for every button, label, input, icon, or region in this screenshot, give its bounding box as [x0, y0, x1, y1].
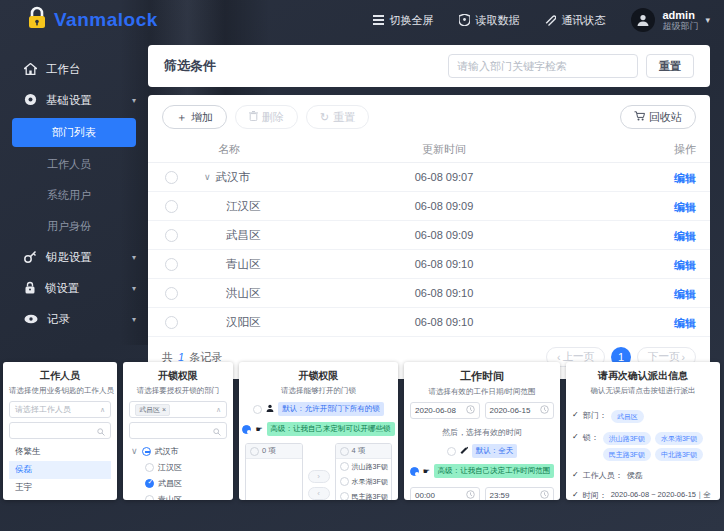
card-title: 工作时间 [410, 369, 554, 384]
staff-option-selected[interactable]: 侯磊 [9, 461, 111, 479]
filter-controls: 重置 [448, 54, 694, 78]
row-radio[interactable] [165, 316, 178, 329]
dept-search-input[interactable] [448, 54, 638, 78]
checkbox[interactable] [340, 492, 349, 500]
sidebar-item-staff[interactable]: 工作人员 [0, 149, 148, 180]
move-right-button[interactable]: › [308, 470, 330, 483]
dept-table-card: ＋ 增加 删除 ↻ 重置 [148, 95, 710, 379]
option-default-row[interactable]: 默认：允许开部门下所有的锁 [245, 402, 392, 416]
checkbox-checked[interactable] [145, 479, 154, 488]
checkbox[interactable] [145, 495, 154, 501]
collapse-icon[interactable]: ∨ [131, 446, 138, 456]
sidebar-item-key-settings[interactable]: 钥匙设置 ▾ [0, 242, 148, 273]
edit-link[interactable]: 编辑 [674, 201, 696, 213]
checkbox[interactable] [340, 462, 349, 471]
reset-selection-button[interactable]: ↻ 重置 [306, 105, 369, 129]
option-custom-label: 高级：让我自己决定工作时间范围 [434, 464, 555, 478]
radio-checked[interactable] [410, 467, 419, 476]
row-radio[interactable] [165, 171, 178, 184]
staff-search-input[interactable] [15, 426, 97, 435]
collapse-icon[interactable]: ∨ [204, 172, 211, 182]
sidebar-label-key-settings: 钥匙设置 [46, 250, 92, 265]
user-menu[interactable]: admin 超级部门 ▾ [631, 8, 710, 32]
lock-tag: 洪山路3F锁 [603, 432, 651, 445]
updated-time: 06-08 09:10 [344, 258, 544, 270]
move-left-button[interactable]: ‹ [308, 487, 330, 500]
filter-reset-button[interactable]: 重置 [646, 54, 694, 78]
checkbox[interactable] [145, 463, 154, 472]
tree-node[interactable]: 江汉区 [129, 459, 227, 475]
time-to-input[interactable]: 23:59 [485, 487, 555, 500]
date-to-input[interactable]: 2020-06-15 [485, 402, 555, 419]
tree-node[interactable]: 武昌区 [129, 475, 227, 491]
dept-name: 武昌区 [226, 228, 261, 243]
checkbox[interactable] [340, 477, 349, 486]
dept-search-box[interactable] [129, 422, 227, 439]
brand-name: Vanmalock [54, 9, 158, 31]
edit-link[interactable]: 编辑 [674, 259, 696, 271]
column-header-actions: 操作 [544, 142, 696, 157]
comm-status-button[interactable]: 通讯状态 [545, 13, 605, 28]
date-from-input[interactable]: 2020-06-08 [410, 402, 480, 419]
chevron-down-icon: ▾ [132, 253, 136, 262]
read-data-button[interactable]: 读取数据 [459, 13, 519, 28]
lock-item[interactable]: 洪山路3F锁 [336, 459, 392, 474]
row-radio[interactable] [165, 200, 178, 213]
edit-link[interactable]: 编辑 [674, 172, 696, 184]
staff-option[interactable]: 王宇 [9, 479, 111, 497]
row-radio[interactable] [165, 229, 178, 242]
sidebar-item-records[interactable]: 记录 ▾ [0, 304, 148, 335]
user-department: 超级部门 [662, 21, 698, 31]
plus-icon: ＋ [176, 110, 187, 125]
search-icon [213, 422, 221, 440]
dept-name: 江汉区 [226, 199, 261, 214]
staff-option[interactable]: 陈金波 [9, 497, 111, 500]
pen-icon [460, 446, 468, 456]
lock-item[interactable]: 民主路3F锁 [336, 489, 392, 500]
dept-select[interactable]: 武昌区× ∧ [129, 401, 227, 418]
option-custom-row[interactable]: ☛ 高级：让我自己来定制可以开哪些锁 [245, 422, 392, 436]
dept-tree-search-input[interactable] [135, 426, 213, 435]
time-from-input[interactable]: 00:00 [410, 487, 480, 500]
staff-option[interactable]: 佟繁生 [9, 443, 111, 461]
checkbox[interactable] [250, 447, 259, 456]
checkbox-indeterminate[interactable] [142, 447, 151, 456]
edit-link[interactable]: 编辑 [674, 317, 696, 329]
lock-item[interactable]: 水果湖3F锁 [336, 474, 392, 489]
add-button[interactable]: ＋ 增加 [162, 105, 227, 129]
sidebar: 工作台 基础设置 ▾ 部门列表 工作人员 系统用户 用户身份 钥匙设置 ▾ [0, 40, 148, 350]
recycle-label: 回收站 [649, 110, 682, 125]
table-toolbar: ＋ 增加 删除 ↻ 重置 [148, 105, 710, 137]
sidebar-item-lock-settings[interactable]: 锁设置 ▾ [0, 273, 148, 304]
close-icon[interactable]: × [162, 406, 166, 413]
sidebar-item-dept-list[interactable]: 部门列表 [12, 118, 136, 147]
sidebar-item-user-identity[interactable]: 用户身份 [0, 211, 148, 242]
delete-button[interactable]: 删除 [235, 105, 298, 129]
top-actions: 切换全屏 读取数据 通讯状态 admin 超级部门 [373, 8, 710, 32]
option-custom-row[interactable]: ☛ 高级：让我自己决定工作时间范围 [410, 464, 554, 478]
staff-select[interactable]: 请选择工作人员 ∧ [9, 401, 111, 418]
card-title: 工作人员 [9, 369, 111, 383]
sidebar-item-workbench[interactable]: 工作台 [0, 54, 148, 85]
row-radio[interactable] [165, 258, 178, 271]
sidebar-item-system-users[interactable]: 系统用户 [0, 180, 148, 211]
card-title: 请再次确认派出信息 [572, 369, 714, 383]
fullscreen-toggle[interactable]: 切换全屏 [373, 13, 433, 28]
row-radio[interactable] [165, 287, 178, 300]
staff-options: 佟繁生 侯磊 王宇 陈金波 徐上 [9, 443, 111, 500]
checkbox[interactable] [340, 447, 349, 456]
pointing-hand-icon: ☛ [255, 425, 262, 434]
radio[interactable] [447, 447, 456, 456]
edit-link[interactable]: 编辑 [674, 288, 696, 300]
tree-node-parent[interactable]: ∨ 武汉市 [129, 443, 227, 459]
updated-time: 06-08 09:07 [344, 171, 544, 183]
radio-checked[interactable] [242, 425, 251, 434]
edit-link[interactable]: 编辑 [674, 230, 696, 242]
option-default-row[interactable]: 默认：全天 [410, 444, 554, 458]
recycle-bin-button[interactable]: 回收站 [620, 105, 696, 129]
confirm-locks-row: ✓ 锁： 洪山路3F锁 水果湖3F锁 民主路3F锁 中北路3F锁 [572, 432, 714, 461]
sidebar-item-basic-settings[interactable]: 基础设置 ▾ [0, 85, 148, 116]
staff-search-box[interactable] [9, 422, 111, 439]
radio[interactable] [253, 405, 262, 414]
tree-node[interactable]: 青山区 [129, 491, 227, 500]
